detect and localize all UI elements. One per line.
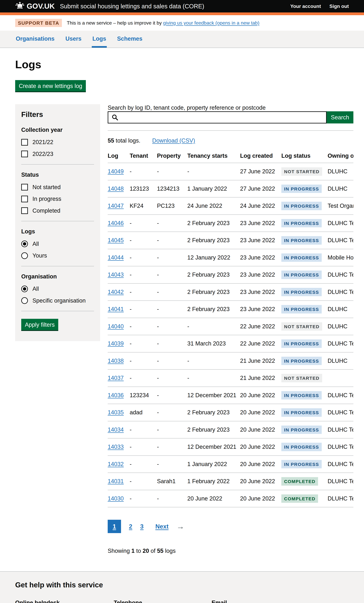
owning-organisation-cell: DLUHC Tes <box>328 473 353 490</box>
log-id-link[interactable]: 14038 <box>108 358 124 364</box>
tab-logs[interactable]: Logs <box>92 31 107 48</box>
log-created-cell: 23 June 2022 <box>240 283 281 301</box>
log-id-link[interactable]: 14033 <box>108 444 124 450</box>
tenancy-starts-cell: - <box>187 370 240 387</box>
log-id-link[interactable]: 14030 <box>108 495 124 502</box>
log-id-link[interactable]: 14047 <box>108 203 124 209</box>
service-name-link[interactable]: Submit social housing lettings and sales… <box>60 2 204 10</box>
log-created-cell: 24 June 2022 <box>240 197 281 215</box>
log-id-link[interactable]: 14048 <box>108 186 124 192</box>
log-id-cell: 14030 <box>108 490 130 507</box>
table-row: 14032 - - 1 January 2022 20 June 2022 In… <box>108 456 353 473</box>
checkbox-2022-23-label: 2022/23 <box>33 151 53 158</box>
property-cell: Sarah1 <box>157 473 187 490</box>
log-id-link[interactable]: 14044 <box>108 254 124 261</box>
table-row: 14047 KF24 PC123 24 June 2022 24 June 20… <box>108 197 353 215</box>
pagination-next[interactable]: Next <box>155 523 169 530</box>
property-cell: - <box>157 456 187 473</box>
log-status-cell: In progress <box>281 404 328 421</box>
status-badge: In progress <box>281 339 322 348</box>
tenancy-starts-cell: 2 February 2023 <box>187 283 240 301</box>
checkbox-in-progress[interactable] <box>21 196 28 202</box>
tenancy-starts-cell: - <box>187 163 240 180</box>
govuk-logo-text: GOV.UK <box>27 2 55 11</box>
tenant-cell: - <box>130 335 157 352</box>
table-row: 14048 123123 1234213 1 January 2022 27 J… <box>108 180 353 197</box>
log-id-link[interactable]: 14041 <box>108 306 124 312</box>
footer-telephone-column: Telephone 0333 202 5084 Monday to Friday… <box>114 599 211 603</box>
log-id-link[interactable]: 14034 <box>108 427 124 433</box>
status-badge: Completed <box>281 494 318 503</box>
property-cell: - <box>157 404 187 421</box>
tab-organisations[interactable]: Organisations <box>15 31 55 48</box>
tab-schemes[interactable]: Schemes <box>117 31 143 48</box>
radio-logs-yours[interactable] <box>21 252 28 259</box>
property-cell: - <box>157 283 187 301</box>
sign-out-link[interactable]: Sign out <box>329 3 349 9</box>
govuk-logo[interactable]: GOV.UK <box>15 1 55 11</box>
download-csv-link[interactable]: Download (CSV) <box>152 137 195 144</box>
property-cell: - <box>157 301 187 318</box>
log-id-link[interactable]: 14036 <box>108 392 124 398</box>
tenant-cell: 123234 <box>130 387 157 404</box>
pagination-page-2[interactable]: 2 <box>129 523 132 530</box>
showing-total: 55 <box>157 548 163 554</box>
your-account-link[interactable]: Your account <box>290 3 321 9</box>
property-cell: - <box>157 421 187 439</box>
log-created-cell: 20 June 2022 <box>240 438 281 456</box>
log-status-cell: In progress <box>281 232 328 249</box>
checkbox-2021-22[interactable] <box>21 139 28 146</box>
log-id-link[interactable]: 14049 <box>108 168 124 174</box>
log-created-cell: 22 June 2022 <box>240 318 281 335</box>
radio-org-specific[interactable] <box>21 297 28 304</box>
search-input[interactable] <box>108 111 327 123</box>
table-row: 14041 - - 2 February 2023 23 June 2022 I… <box>108 301 353 318</box>
log-status-cell: In progress <box>281 197 328 215</box>
footer-heading: Get help with this service <box>15 580 349 590</box>
log-id-link[interactable]: 14037 <box>108 375 124 381</box>
log-id-link[interactable]: 14046 <box>108 220 124 226</box>
status-badge: Not started <box>281 322 322 331</box>
log-created-cell: 20 June 2022 <box>240 421 281 439</box>
checkbox-not-started[interactable] <box>21 184 28 190</box>
total-logs-text: 55 total logs. <box>108 137 141 144</box>
log-created-cell: 27 June 2022 <box>240 180 281 197</box>
log-id-link[interactable]: 14039 <box>108 340 124 347</box>
log-id-link[interactable]: 14040 <box>108 323 124 330</box>
pagination-page-1-current[interactable]: 1 <box>108 520 121 533</box>
status-badge: Not started <box>281 374 322 382</box>
log-id-link[interactable]: 14043 <box>108 271 124 278</box>
table-row: 14033 - - 12 December 2021 20 June 2022 … <box>108 438 353 456</box>
pagination-page-3[interactable]: 3 <box>140 523 143 530</box>
right-arrow-icon: → <box>176 522 184 530</box>
log-id-link[interactable]: 14035 <box>108 409 124 416</box>
owning-organisation-cell: DLUHC Tes <box>328 456 353 473</box>
create-lettings-log-button[interactable]: Create a new lettings log <box>15 80 86 92</box>
log-id-link[interactable]: 14031 <box>108 478 124 484</box>
owning-organisation-cell: DLUHC <box>328 180 353 197</box>
checkbox-completed[interactable] <box>21 207 28 214</box>
tenant-cell: - <box>130 490 157 507</box>
log-status-cell: In progress <box>281 249 328 266</box>
radio-logs-all[interactable] <box>21 241 28 247</box>
log-status-cell: Completed <box>281 473 328 490</box>
feedback-link[interactable]: giving us your feedback (opens in a new … <box>163 20 259 26</box>
checkbox-completed-label: Completed <box>33 207 60 214</box>
showing-summary: Showing 1 to 20 of 55 logs <box>108 547 353 555</box>
log-id-link[interactable]: 14045 <box>108 237 124 244</box>
owning-organisation-cell: DLUHC <box>328 301 353 318</box>
tab-users[interactable]: Users <box>65 31 82 48</box>
property-cell: - <box>157 215 187 232</box>
filter-divider <box>21 266 94 266</box>
checkbox-2022-23[interactable] <box>21 151 28 157</box>
log-id-link[interactable]: 14042 <box>108 289 124 295</box>
search-button[interactable]: Search <box>327 111 353 123</box>
filter-group-logs: Logs All Yours <box>21 228 94 259</box>
radio-org-all[interactable] <box>21 286 28 292</box>
log-id-link[interactable]: 14032 <box>108 461 124 467</box>
apply-filters-button[interactable]: Apply filters <box>21 319 58 330</box>
owning-organisation-cell: DLUHC Tes <box>328 335 353 352</box>
checkbox-2021-22-label: 2021/22 <box>33 139 53 146</box>
tenancy-starts-cell: 12 January 2022 <box>187 249 240 266</box>
log-id-cell: 14041 <box>108 301 130 318</box>
